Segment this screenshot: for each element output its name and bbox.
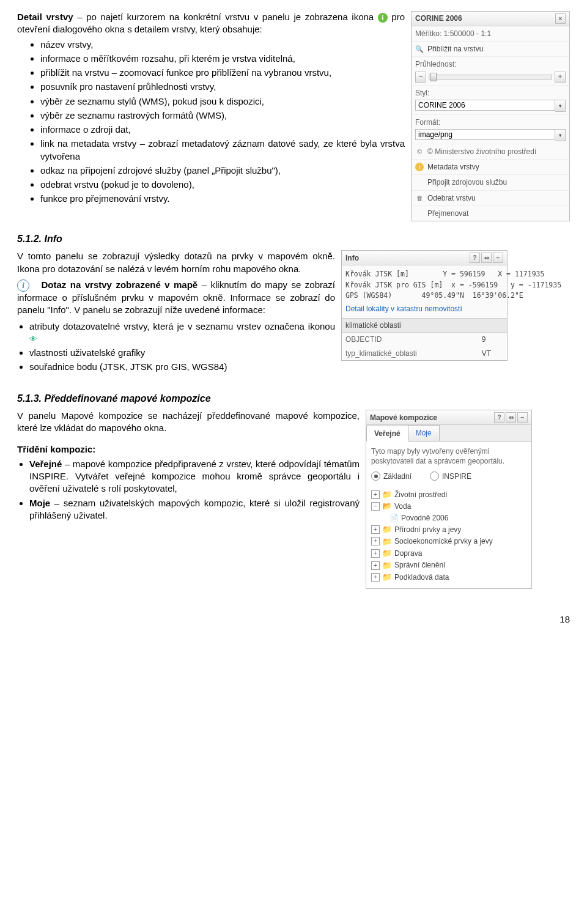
list-item: vlastnosti uživatelské grafiky: [29, 347, 335, 359]
list-item: název vrstvy,: [40, 39, 405, 51]
slider-minus-button[interactable]: −: [415, 72, 426, 83]
tree-node[interactable]: +📁Přírodní prvky a jevy: [371, 523, 526, 536]
opacity-slider[interactable]: [429, 75, 552, 79]
query-title: Dotaz na vrstvy zobrazené v mapě: [41, 279, 198, 290]
expand-icon[interactable]: ⇔: [506, 412, 516, 423]
trash-icon: 🗑: [415, 194, 424, 202]
rename-row[interactable]: Přejmenovat: [412, 206, 569, 221]
tree-node[interactable]: −📂Voda: [371, 500, 526, 512]
plus-icon[interactable]: +: [371, 549, 380, 558]
detail-bullet-list: název vrstvy, informace o měřítkovém roz…: [17, 39, 405, 205]
comp-description: Tyto mapy byly vytvořeny ověřenými posky…: [371, 446, 526, 466]
style-select[interactable]: [415, 100, 555, 111]
identify-icon: i: [17, 279, 29, 292]
sort-bullet-list: Veřejné – mapové kompozice předpřipraven…: [17, 458, 360, 522]
minus-icon[interactable]: −: [371, 502, 380, 511]
minimize-icon[interactable]: −: [517, 412, 528, 423]
radio-basic[interactable]: Základní: [371, 471, 412, 481]
chevron-down-icon[interactable]: ▾: [555, 100, 566, 112]
eye-icon: 👁: [29, 334, 37, 344]
list-item: informace o měřítkovém rozsahu, při kter…: [40, 53, 405, 65]
plus-icon[interactable]: +: [371, 537, 380, 545]
attach-row[interactable]: Připojit zdrojovou službu: [412, 175, 569, 190]
style-row: Styl: ▾: [412, 86, 569, 115]
list-item: informace o zdroji dat,: [40, 124, 405, 136]
copyright-row: © © Ministerstvo životního prostředí: [412, 144, 569, 160]
scale-row: Měřítko: 1:500000 - 1:1: [412, 26, 569, 42]
format-row: Formát: ▾: [412, 115, 569, 144]
panel-header: Info ? ⇔ −: [342, 251, 507, 265]
tree-node[interactable]: +📁Životní prostředí: [371, 489, 526, 501]
tree-node[interactable]: +📁Doprava: [371, 547, 526, 560]
copyright-icon: ©: [415, 147, 424, 156]
list-item: souřadnice bodu (JTSK, JTSK pro GIS, WGS…: [29, 361, 335, 373]
radio-icon: [430, 471, 439, 481]
folder-icon: 📁: [382, 489, 392, 500]
folder-icon: 📁: [382, 524, 392, 535]
info-icon: i: [415, 163, 424, 171]
heading-compositions: 5.1.3. Předdefinované mapové kompozice: [17, 392, 570, 405]
radio-group: Základní INSPIRE: [371, 471, 526, 481]
folder-icon: 📁: [382, 572, 392, 583]
info-text: V tomto panelu se zobrazují výsledky dot…: [17, 250, 335, 380]
folder-icon: 📁: [382, 560, 392, 571]
tree-node[interactable]: +📁Podkladová data: [371, 571, 526, 583]
heading-info: 5.1.2. Info: [17, 232, 570, 246]
info-table: OBJECTID9 typ_klimatické_oblastiVT: [342, 333, 507, 360]
folder-open-icon: 📂: [382, 501, 392, 512]
help-icon[interactable]: ?: [470, 253, 480, 263]
folder-icon: 📁: [382, 548, 392, 559]
cadastre-link[interactable]: Detail lokality v katastru nemovitostí: [345, 303, 503, 314]
tab-mine[interactable]: Moje: [408, 425, 440, 441]
remove-row[interactable]: 🗑 Odebrat vrstvu: [412, 191, 569, 206]
info-icon: i: [378, 13, 388, 23]
plus-icon[interactable]: +: [371, 525, 380, 534]
compositions-panel: Mapové kompozice ? ⇔ − Veřejné Moje Tyto…: [366, 410, 532, 589]
list-item: odkaz na připojení zdrojové služby (pane…: [40, 164, 405, 177]
slider-plus-button[interactable]: +: [555, 72, 566, 83]
format-select[interactable]: [415, 129, 555, 140]
list-item: Veřejné – mapové kompozice předpřipraven…: [29, 458, 360, 495]
page-number: 18: [17, 613, 570, 626]
panel-title: CORINE 2006: [415, 13, 462, 23]
magnifier-icon: 🔍: [415, 45, 424, 53]
list-item: výběr ze seznamu rastrových formátů (WMS…: [40, 109, 405, 122]
attr-label: OBJECTID: [342, 333, 478, 346]
panel-header: Mapové kompozice ? ⇔ −: [366, 410, 531, 425]
list-item: posuvník pro nastavení průhlednosti vrst…: [40, 81, 405, 93]
list-item: odebrat vrstvu (pokud je to dovoleno),: [40, 179, 405, 191]
coord-wgs84: GPS (WGS84) 49°05.49"N 16°39'06.2"E: [345, 290, 503, 301]
tab-bar: Veřejné Moje: [366, 425, 531, 442]
panel-header: CORINE 2006 ×: [412, 12, 569, 26]
file-icon: 📄: [389, 513, 399, 523]
list-item: atributy dotazovatelné vrstvy, která je …: [29, 320, 335, 346]
chevron-down-icon[interactable]: ▾: [555, 129, 566, 141]
layer-detail-panel: CORINE 2006 × Měřítko: 1:500000 - 1:1 🔍 …: [411, 11, 570, 221]
info-subheader: klimatické oblasti: [342, 318, 507, 333]
tree-node[interactable]: +📁Správní členění: [371, 560, 526, 572]
tree: +📁Životní prostředí −📂Voda 📄Povodně 2006…: [371, 489, 526, 583]
coord-jtsk-gis: Křovák JTSK pro GIS [m] x = -596159 y = …: [345, 280, 503, 290]
radio-inspire[interactable]: INSPIRE: [430, 471, 471, 481]
info-panel: Info ? ⇔ − Křovák JTSK [m] Y = 596159 X …: [341, 250, 508, 360]
tab-public[interactable]: Veřejné: [366, 426, 408, 442]
attr-value: 9: [478, 333, 507, 346]
close-icon[interactable]: ×: [555, 13, 566, 24]
radio-icon: [371, 471, 380, 481]
compositions-text: V panelu Mapové kompozice se nacházejí p…: [17, 410, 360, 529]
help-icon[interactable]: ?: [494, 412, 504, 423]
plus-icon[interactable]: +: [371, 561, 380, 570]
info-bullet-list: atributy dotazovatelné vrstvy, která je …: [17, 320, 335, 374]
list-item: Moje – seznam uživatelských mapových kom…: [29, 497, 360, 522]
zoom-row[interactable]: 🔍 Přiblížit na vrstvu: [412, 42, 569, 57]
minimize-icon[interactable]: −: [493, 253, 503, 263]
folder-icon: 📁: [382, 536, 392, 547]
expand-icon[interactable]: ⇔: [481, 253, 492, 263]
detail-vrstvy-text: Detail vrstvy – po najetí kurzorem na ko…: [17, 11, 405, 213]
tree-leaf[interactable]: 📄Povodně 2006: [371, 512, 526, 523]
metadata-row[interactable]: i Metadata vrstvy: [412, 160, 569, 175]
plus-icon[interactable]: +: [371, 490, 380, 499]
tree-node[interactable]: +📁Socioekonomické prvky a jevy: [371, 536, 526, 548]
list-item: přiblížit na vrstvu – zoomovací funkce p…: [40, 67, 405, 79]
plus-icon[interactable]: +: [371, 573, 380, 582]
